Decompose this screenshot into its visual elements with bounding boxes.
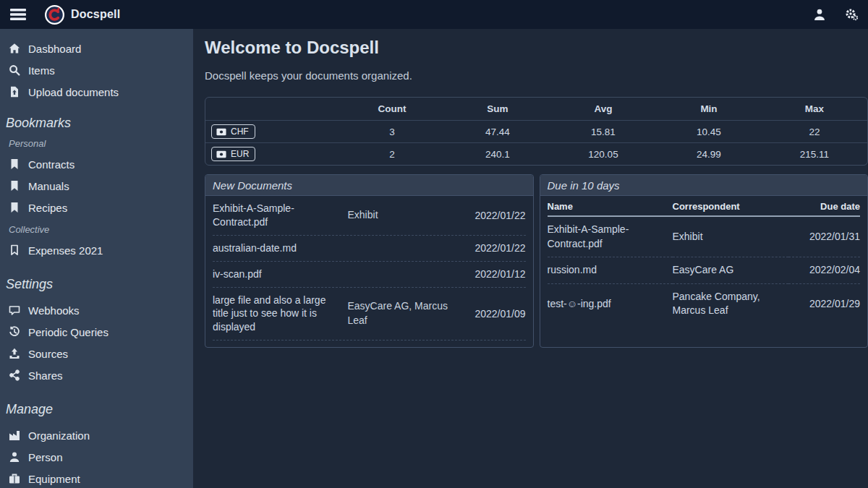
main-content: Welcome to Docspell Docspell keeps your … (193, 29, 868, 488)
sidebar-item-contracts[interactable]: Contracts (0, 153, 193, 175)
document-correspondent: EasyCare AG, Marcus Leaf (348, 299, 456, 328)
document-link[interactable]: Exhibit-A-Sample-Contract.pdf (213, 202, 342, 229)
document-link[interactable]: russion.md (548, 257, 673, 284)
due-date: 2022/01/29 (788, 283, 860, 324)
sidebar-item-label: Upload documents (28, 86, 119, 98)
col-correspondent: Correspondent (673, 196, 788, 216)
currency-badge: EUR (211, 147, 255, 161)
sidebar-item-label: Periodic Queries (28, 326, 109, 338)
document-correspondent: EasyCare AG (673, 257, 788, 284)
sidebar-item-sources[interactable]: Sources (0, 343, 193, 364)
sidebar-item-webhooks[interactable]: Webhooks (0, 299, 193, 321)
sidebar-item-periodic-queries[interactable]: Periodic Queries (0, 321, 193, 343)
stat-value: 15.81 (550, 127, 656, 137)
document-link[interactable]: australian-date.md (213, 241, 342, 255)
account-icon[interactable] (813, 8, 826, 21)
sidebar-item-label: Dasbhoard (28, 43, 81, 55)
currency-stats-table: Count Sum Avg Min Max CHF (205, 97, 868, 166)
sidebar-item-label: Person (28, 451, 63, 463)
table-row-chf: CHF 3 47.44 15.81 10.45 22 (205, 120, 867, 142)
new-documents-panel: New Documents Exhibit-A-Sample-Contract.… (205, 174, 534, 348)
sidebar-item-shares[interactable]: Shares (0, 364, 193, 386)
file-upload-icon (9, 86, 20, 98)
sidebar-item-dashboard[interactable]: Dasbhoard (0, 38, 193, 59)
bookmark-icon (9, 202, 20, 213)
sidebar-item-upload-documents[interactable]: Upload documents (0, 81, 193, 103)
document-correspondent: Exhibit (348, 208, 456, 223)
bookmark-icon (9, 180, 20, 192)
list-item: iv-scan.pdf 2022/01/12 (213, 261, 526, 287)
briefcase-icon (9, 473, 20, 484)
panel-title: Due in 10 days (540, 175, 868, 196)
app-title: Docspell (71, 8, 120, 21)
user-icon (9, 451, 20, 463)
sidebar-item-label: Shares (28, 369, 63, 382)
stat-value: 215.11 (762, 149, 867, 160)
col-min: Min (656, 103, 762, 114)
sidebar-item-manuals[interactable]: Manuals (0, 175, 193, 197)
docspell-app: Docspell Dasbhoard (0, 0, 868, 488)
stat-value: 47.44 (445, 127, 550, 137)
document-correspondent: Exhibit (673, 216, 788, 257)
sidebar-item-organization[interactable]: Organization (0, 424, 193, 446)
home-icon (9, 43, 20, 54)
sidebar-item-label: Manuals (28, 180, 69, 192)
brand[interactable]: Docspell (45, 5, 120, 25)
panel-title: New Documents (205, 175, 533, 196)
page-title: Welcome to Docspell (205, 38, 862, 58)
page-subtitle: Docspell keeps your documents organized. (205, 69, 862, 82)
sidebar-item-person[interactable]: Person (0, 446, 193, 468)
sidebar-item-label: Items (28, 64, 55, 77)
sidebar-item-equipment[interactable]: Equipment (0, 468, 193, 488)
document-link[interactable]: large file and also a large title just t… (213, 294, 342, 335)
currency-label: CHF (231, 127, 249, 137)
sidebar-section-bookmarks: Bookmarks (0, 116, 193, 131)
sidebar-section-settings: Settings (0, 277, 193, 292)
document-link[interactable]: Exhibit-A-Sample-Contract.pdf (548, 216, 673, 257)
list-item: australian-date.md 2022/01/22 (213, 235, 526, 261)
table-row: Exhibit-A-Sample-Contract.pdf Exhibit 20… (548, 216, 861, 257)
table-row: test-☺-ing.pdf Pancake Company, Marcus L… (548, 283, 861, 324)
document-date: 2022/01/09 (462, 308, 526, 320)
document-link[interactable]: iv-scan.pdf (213, 267, 342, 281)
topbar: Docspell (0, 0, 868, 29)
due-date: 2022/02/04 (788, 257, 860, 284)
bookmark-outline-icon (9, 244, 20, 256)
document-date: 2022/01/22 (462, 210, 526, 221)
col-name: Name (548, 196, 673, 216)
stat-value: 120.05 (550, 149, 656, 160)
col-due-date: Due date (788, 196, 860, 216)
sidebar-item-label: Contracts (28, 158, 75, 171)
sidebar-item-expenses-2021[interactable]: Expenses 2021 (0, 239, 193, 261)
col-max: Max (762, 103, 867, 114)
stat-value: 24.99 (656, 149, 762, 160)
document-date: 2022/01/12 (462, 268, 526, 280)
sidebar-item-label: Equipment (28, 473, 80, 485)
menu-icon[interactable] (10, 8, 26, 21)
sidebar-item-label: Sources (28, 348, 68, 360)
bookmarks-group-personal: Personal (0, 138, 193, 149)
sidebar-item-recipes[interactable]: Recipes (0, 197, 193, 218)
document-date: 2022/01/22 (462, 242, 526, 254)
stat-value: 3 (339, 127, 445, 137)
settings-gears-icon[interactable] (845, 8, 858, 21)
document-correspondent: Pancake Company, Marcus Leaf (673, 283, 788, 324)
stat-value: 2 (339, 149, 445, 160)
list-item: large file and also a large title just t… (213, 287, 526, 341)
table-row: russion.md EasyCare AG 2022/02/04 (548, 257, 861, 284)
list-item: Exhibit-A-Sample-Contract.pdf Exhibit 20… (213, 196, 526, 235)
sidebar-item-items[interactable]: Items (0, 59, 193, 81)
currency-badge: CHF (211, 124, 255, 139)
table-row-eur: EUR 2 240.1 120.05 24.99 215.11 (205, 142, 867, 165)
money-bill-icon (216, 150, 226, 158)
col-avg: Avg (550, 103, 656, 114)
due-date: 2022/01/31 (788, 216, 860, 257)
bookmark-icon (9, 158, 20, 170)
money-bill-icon (216, 128, 226, 136)
stat-value: 22 (762, 127, 867, 137)
stats-header-row: Count Sum Avg Min Max (205, 98, 867, 120)
new-documents-list: Exhibit-A-Sample-Contract.pdf Exhibit 20… (205, 196, 533, 348)
document-link[interactable]: test-☺-ing.pdf (548, 283, 673, 324)
col-sum: Sum (445, 103, 550, 114)
list-item: test-☺-ing.pdf Pancake Company, Marcus L… (213, 340, 526, 348)
